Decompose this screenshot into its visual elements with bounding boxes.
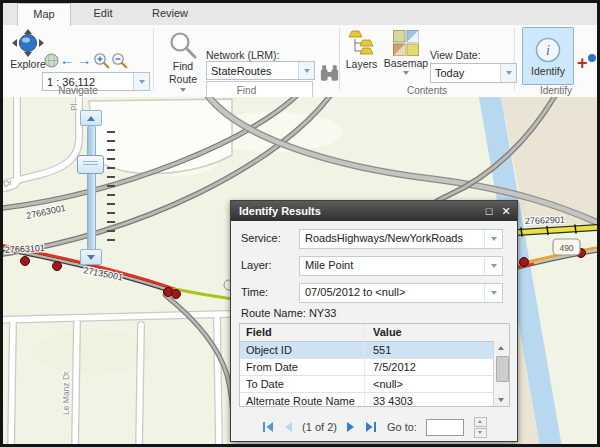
full-extent-globe-button[interactable] bbox=[43, 52, 59, 68]
service-value: RoadsHighways/NewYorkRoads bbox=[300, 230, 484, 248]
next-page-button[interactable] bbox=[346, 421, 356, 433]
network-dropdown-button[interactable] bbox=[298, 62, 314, 79]
zoom-slider-track[interactable] bbox=[87, 125, 96, 254]
svg-text:Pl: Pl bbox=[69, 103, 79, 111]
cell-field: Object ID bbox=[240, 342, 365, 358]
view-date-combo[interactable]: Today bbox=[430, 63, 517, 83]
group-label-find: Find bbox=[154, 85, 339, 96]
close-button[interactable]: ✕ bbox=[498, 201, 514, 221]
view-date-dropdown-button[interactable] bbox=[500, 64, 516, 82]
service-label: Service: bbox=[241, 232, 281, 244]
previous-page-icon bbox=[283, 421, 293, 433]
zoom-out-icon bbox=[111, 52, 128, 69]
application-window: Map Edit Review Explore ← bbox=[0, 0, 600, 447]
table-row[interactable]: From Date 7/5/2012 bbox=[240, 359, 509, 376]
table-row[interactable]: Object ID 551 bbox=[240, 342, 509, 359]
scroll-down-button[interactable] bbox=[494, 393, 508, 406]
table-row[interactable]: To Date <null> bbox=[240, 376, 509, 393]
service-dropdown-button[interactable] bbox=[484, 230, 502, 248]
search-binoculars-button[interactable] bbox=[317, 63, 341, 83]
network-lrm-value: StateRoutes bbox=[207, 65, 298, 77]
first-page-button[interactable] bbox=[261, 421, 274, 433]
svg-text:Le Manz Dr: Le Manz Dr bbox=[61, 371, 71, 415]
group-label-contents: Contents bbox=[340, 85, 514, 96]
cell-field: Alternate Route Name bbox=[240, 393, 365, 407]
view-date-label: View Date: bbox=[430, 49, 481, 61]
add-identify-button[interactable]: + bbox=[576, 54, 596, 74]
forward-arrow-icon: → bbox=[77, 52, 92, 68]
zoom-slider-up-button[interactable] bbox=[80, 110, 102, 126]
zoom-out-button[interactable] bbox=[111, 51, 128, 69]
svg-text:i: i bbox=[546, 43, 550, 58]
explore-orb-icon bbox=[12, 29, 44, 57]
layers-button[interactable]: Layers bbox=[343, 30, 380, 70]
goto-label: Go to: bbox=[387, 421, 417, 433]
cell-value: 33 4303 bbox=[365, 393, 509, 407]
layer-combo[interactable]: Mile Point bbox=[299, 256, 503, 276]
basemap-button[interactable]: Basemap bbox=[384, 30, 428, 75]
time-value: 07/05/2012 to <null> bbox=[300, 284, 484, 302]
svg-text:490: 490 bbox=[559, 243, 573, 253]
layers-icon bbox=[348, 30, 376, 57]
value-column-header: Value bbox=[365, 324, 509, 341]
cell-value: 7/5/2012 bbox=[365, 359, 509, 375]
dialog-title: Identify Results bbox=[239, 205, 321, 217]
thumb-grip bbox=[83, 161, 98, 162]
zoom-slider-ticks bbox=[107, 131, 115, 248]
tab-map[interactable]: Map bbox=[17, 3, 71, 26]
table-row[interactable]: Alternate Route Name 33 4303 bbox=[240, 393, 509, 407]
view-date-value: Today bbox=[431, 67, 500, 79]
triangle-up-icon bbox=[87, 116, 95, 121]
last-page-icon bbox=[365, 421, 378, 433]
table-header: Field Value bbox=[240, 324, 509, 342]
magnifier-icon bbox=[169, 31, 197, 59]
route-name-label: Route Name: bbox=[241, 307, 306, 319]
chevron-down-icon bbox=[403, 71, 409, 75]
group-label-identify: Identify bbox=[515, 85, 597, 96]
layer-dropdown-button[interactable] bbox=[484, 257, 502, 275]
chevron-down-icon bbox=[491, 291, 497, 295]
tab-review[interactable]: Review bbox=[141, 3, 199, 24]
layer-label: Layer: bbox=[241, 259, 272, 271]
maximize-button[interactable]: □ bbox=[481, 201, 497, 221]
identify-circle-i-icon: i bbox=[534, 36, 562, 64]
page-indicator: (1 of 2) bbox=[302, 421, 337, 433]
last-page-button[interactable] bbox=[365, 421, 378, 433]
scrollbar-thumb[interactable] bbox=[496, 356, 509, 382]
time-combo[interactable]: 07/05/2012 to <null> bbox=[299, 283, 503, 303]
scroll-up-button[interactable] bbox=[494, 341, 508, 354]
time-dropdown-button[interactable] bbox=[484, 284, 502, 302]
dialog-title-bar[interactable]: Identify Results □ ✕ bbox=[231, 201, 517, 221]
previous-page-button[interactable] bbox=[283, 421, 293, 433]
goto-page-input[interactable] bbox=[426, 419, 464, 436]
cell-value: 551 bbox=[365, 342, 509, 358]
zoom-slider-thumb[interactable] bbox=[77, 155, 104, 174]
network-lrm-label: Network (LRM): bbox=[206, 49, 280, 61]
spin-up-button[interactable] bbox=[474, 417, 487, 427]
group-separator bbox=[153, 28, 154, 90]
route-shield-490: 490 bbox=[553, 239, 580, 255]
map-canvas[interactable]: 490 27663001 27663101 27135001 27662901 … bbox=[3, 97, 597, 444]
tab-edit[interactable]: Edit bbox=[79, 3, 127, 24]
table-scrollbar[interactable] bbox=[493, 341, 509, 406]
basemap-label: Basemap bbox=[384, 57, 428, 69]
goto-spinner[interactable] bbox=[474, 417, 487, 438]
attributes-table: Field Value Object ID 551 From Date 7/5/… bbox=[239, 323, 510, 407]
network-lrm-combo[interactable]: StateRoutes bbox=[206, 61, 315, 80]
zoom-slider-down-button[interactable] bbox=[80, 249, 102, 265]
service-combo[interactable]: RoadsHighways/NewYorkRoads bbox=[299, 229, 503, 249]
identify-button[interactable]: i Identify bbox=[522, 27, 574, 85]
zoom-in-button[interactable] bbox=[93, 51, 110, 69]
triangle-up-icon bbox=[498, 346, 504, 350]
window-content: Map Edit Review Explore ← bbox=[3, 3, 597, 444]
back-arrow-icon: ← bbox=[60, 52, 75, 68]
next-extent-button[interactable]: → bbox=[76, 51, 92, 69]
previous-extent-button[interactable]: ← bbox=[59, 51, 75, 69]
globe-icon bbox=[44, 53, 59, 68]
chevron-down-icon bbox=[304, 69, 310, 73]
spin-down-button[interactable] bbox=[474, 428, 487, 438]
cell-field: To Date bbox=[240, 376, 365, 392]
find-route-button[interactable]: Find Route bbox=[161, 31, 205, 92]
first-page-icon bbox=[261, 421, 274, 433]
triangle-down-icon bbox=[498, 398, 504, 402]
